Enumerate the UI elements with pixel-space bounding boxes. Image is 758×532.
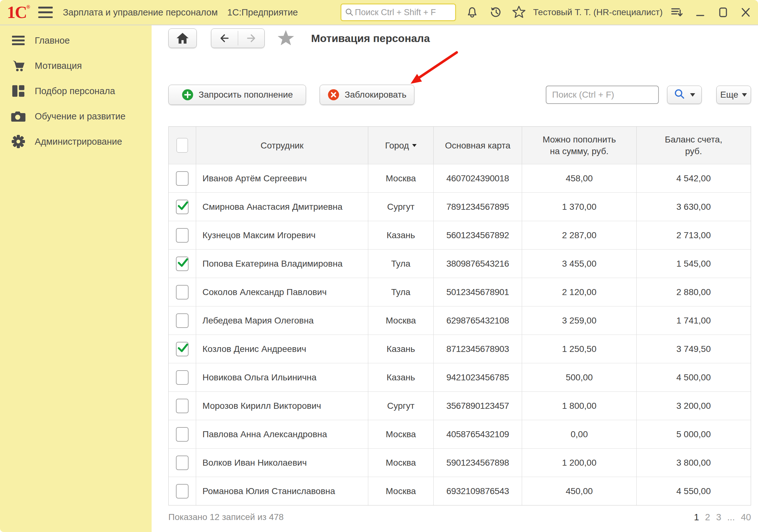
employee-name: Кузнецов Максим Игоревич bbox=[196, 221, 368, 249]
more-button[interactable]: Еще bbox=[716, 86, 751, 104]
search-dropdown-button[interactable] bbox=[667, 86, 702, 104]
table-search-box[interactable] bbox=[546, 86, 659, 104]
favorite-star-icon[interactable] bbox=[276, 29, 295, 47]
page-number[interactable]: ... bbox=[727, 512, 735, 522]
employee-topup: 2 120,00 bbox=[522, 278, 637, 306]
menu-lines-icon bbox=[11, 33, 26, 47]
row-checkbox[interactable] bbox=[176, 342, 189, 356]
table-row[interactable]: Романова Юлия Станиславовна Москва 69321… bbox=[169, 477, 751, 505]
row-checkbox[interactable] bbox=[176, 484, 189, 499]
employee-balance: 2 880,00 bbox=[637, 278, 750, 306]
header-card[interactable]: Основная карта bbox=[434, 127, 522, 164]
employee-balance: 1 741,00 bbox=[637, 306, 750, 335]
page-number-current[interactable]: 1 bbox=[694, 512, 699, 522]
table-row[interactable]: Павлова Анна Александровна Москва 405876… bbox=[169, 420, 751, 448]
notifications-bell-icon[interactable] bbox=[465, 5, 479, 19]
header-balance[interactable]: Баланс счета,руб. bbox=[637, 127, 750, 164]
x-circle-icon bbox=[327, 89, 339, 101]
employee-city: Казань bbox=[368, 335, 434, 363]
employee-city: Москва bbox=[368, 306, 434, 335]
table-row[interactable]: Соколов Александр Павлович Тула 50123456… bbox=[169, 278, 751, 306]
check-icon bbox=[177, 256, 189, 269]
page-number[interactable]: 2 bbox=[705, 512, 710, 522]
row-checkbox[interactable] bbox=[176, 313, 189, 328]
sidebar-item-motivation[interactable]: Мотивация bbox=[0, 53, 152, 78]
table-row[interactable]: Попова Екатерина Владимировна Тула 38098… bbox=[169, 249, 751, 278]
row-checkbox[interactable] bbox=[176, 370, 189, 385]
arrow-left-icon bbox=[217, 31, 232, 46]
global-search-box[interactable] bbox=[340, 4, 456, 21]
chevron-down-icon bbox=[742, 93, 747, 97]
employee-balance: 2 713,00 bbox=[637, 221, 750, 249]
employee-topup: 500,00 bbox=[522, 363, 637, 391]
employee-card: 5012345678901 bbox=[434, 278, 522, 306]
global-search-input[interactable] bbox=[354, 7, 452, 18]
block-button[interactable]: Заблокировать bbox=[320, 85, 414, 105]
sidebar-item-recruiting[interactable]: Подбор персонала bbox=[0, 78, 152, 104]
employee-name: Иванов Артём Сергеевич bbox=[196, 164, 368, 193]
table-body: Иванов Артём Сергеевич Москва 4607024390… bbox=[169, 164, 751, 505]
home-button[interactable] bbox=[168, 28, 197, 48]
row-checkbox[interactable] bbox=[176, 257, 189, 271]
table-row[interactable]: Кузнецов Максим Игоревич Казань 56012345… bbox=[169, 221, 751, 249]
table-row[interactable]: Иванов Артём Сергеевич Москва 4607024390… bbox=[169, 164, 751, 193]
select-all-checkbox[interactable] bbox=[177, 138, 188, 153]
row-checkbox[interactable] bbox=[176, 200, 189, 214]
request-topup-button[interactable]: Запросить пополнение bbox=[168, 85, 306, 105]
chevron-down-icon bbox=[690, 93, 695, 97]
history-icon[interactable] bbox=[488, 5, 503, 19]
page-number[interactable]: 40 bbox=[741, 512, 751, 522]
row-checkbox[interactable] bbox=[176, 427, 189, 442]
row-checkbox[interactable] bbox=[176, 455, 189, 470]
employee-name: Морозов Кирилл Викторович bbox=[196, 392, 368, 420]
task-list-icon[interactable] bbox=[670, 5, 684, 19]
current-user-label[interactable]: Тестовый Т. Т. (HR-специалист) bbox=[533, 7, 663, 18]
employee-name: Соколов Александр Павлович bbox=[196, 278, 368, 306]
table-row[interactable]: Морозов Кирилл Викторович Сургут 3567890… bbox=[169, 391, 751, 420]
check-icon bbox=[177, 199, 189, 212]
forward-button[interactable] bbox=[238, 31, 265, 46]
employee-city: Москва bbox=[368, 448, 434, 477]
employee-topup: 2 287,00 bbox=[522, 221, 637, 249]
sidebar-item-main[interactable]: Главное bbox=[0, 28, 152, 53]
employee-balance: 3 749,50 bbox=[637, 335, 750, 363]
sidebar-item-administration[interactable]: Администрирование bbox=[0, 129, 152, 154]
employee-name: Романова Юлия Станиславовна bbox=[196, 477, 368, 505]
row-checkbox[interactable] bbox=[176, 285, 189, 300]
employee-city: Москва bbox=[368, 477, 434, 505]
table-row[interactable]: Лебедева Мария Олеговна Москва 629876543… bbox=[169, 306, 751, 335]
page-title: Мотивация персонала bbox=[311, 32, 430, 45]
main-menu-icon[interactable] bbox=[38, 7, 53, 18]
header-topup[interactable]: Можно пополнитьна сумму, руб. bbox=[522, 127, 637, 164]
employee-card: 3567890123457 bbox=[434, 392, 522, 420]
header-select-all[interactable] bbox=[169, 127, 196, 164]
table-row[interactable]: Новикова Ольга Ильинична Казань 94210234… bbox=[169, 363, 751, 391]
employee-card: 5901234567898 bbox=[434, 448, 522, 477]
employee-city: Москва bbox=[368, 164, 434, 193]
dashboard-icon bbox=[11, 84, 26, 98]
table-row[interactable]: Волков Иван Николаевич Москва 5901234567… bbox=[169, 448, 751, 477]
favorites-star-icon[interactable] bbox=[512, 5, 526, 19]
row-checkbox[interactable] bbox=[176, 399, 189, 413]
minimize-button[interactable] bbox=[694, 6, 707, 19]
row-checkbox[interactable] bbox=[176, 228, 189, 243]
header-city[interactable]: Город bbox=[368, 127, 434, 164]
employee-topup: 1 800,00 bbox=[522, 392, 637, 420]
back-button[interactable] bbox=[211, 31, 238, 46]
employee-card: 8712345678903 bbox=[434, 335, 522, 363]
table-search-input[interactable] bbox=[551, 89, 653, 100]
sidebar-item-training[interactable]: Обучение и развитие bbox=[0, 104, 152, 129]
header-employee[interactable]: Сотрудник bbox=[196, 127, 368, 164]
table-row[interactable]: Козлов Денис Андреевич Казань 8712345678… bbox=[169, 335, 751, 363]
maximize-button[interactable] bbox=[716, 6, 730, 19]
employee-name: Козлов Денис Андреевич bbox=[196, 335, 368, 363]
employee-card: 9421023456785 bbox=[434, 363, 522, 391]
search-icon bbox=[345, 7, 354, 18]
employee-topup: 1 250,50 bbox=[522, 335, 637, 363]
page-number[interactable]: 3 bbox=[716, 512, 721, 522]
close-button[interactable] bbox=[739, 6, 752, 19]
employee-topup: 3 455,00 bbox=[522, 250, 637, 278]
employee-card: 7891234567895 bbox=[434, 193, 522, 221]
table-row[interactable]: Смирнова Анастасия Дмитриевна Сургут 789… bbox=[169, 193, 751, 221]
row-checkbox[interactable] bbox=[176, 171, 189, 186]
